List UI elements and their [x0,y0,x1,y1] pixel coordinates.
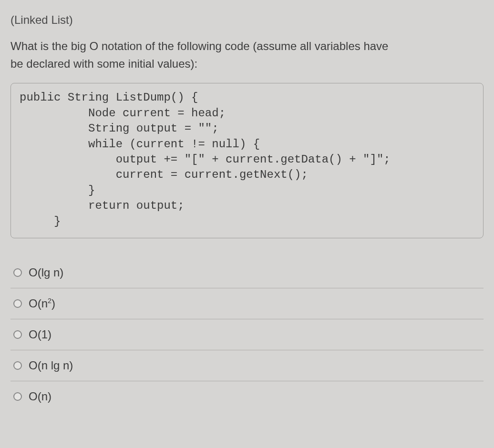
option-label: O(lg n) [29,266,63,279]
answer-options: O(lg n) O(n2) O(1) O(n lg n) O(n) [10,257,484,412]
option-o-1[interactable]: O(1) [10,319,484,350]
question-topic: (Linked List) [10,13,484,27]
option-label: O(n) [29,390,51,403]
radio-icon [13,268,22,277]
radio-icon [13,392,22,401]
code-block: public String ListDump() { Node current … [10,83,484,238]
option-o-n[interactable]: O(n) [10,381,484,412]
radio-icon [13,299,22,308]
option-o-lg-n[interactable]: O(lg n) [10,257,484,288]
option-o-n-squared[interactable]: O(n2) [10,288,484,319]
question-line-2: be declared with some initial values): [10,57,197,70]
quiz-question: (Linked List) What is the big O notation… [0,0,494,421]
radio-icon [13,361,22,370]
option-label: O(n2) [29,297,55,310]
question-line-1: What is the big O notation of the follow… [10,40,388,52]
option-label: O(1) [29,328,51,341]
option-o-n-lg-n[interactable]: O(n lg n) [10,350,484,381]
question-text: What is the big O notation of the follow… [10,37,484,72]
radio-icon [13,330,22,339]
option-label: O(n lg n) [29,359,73,372]
